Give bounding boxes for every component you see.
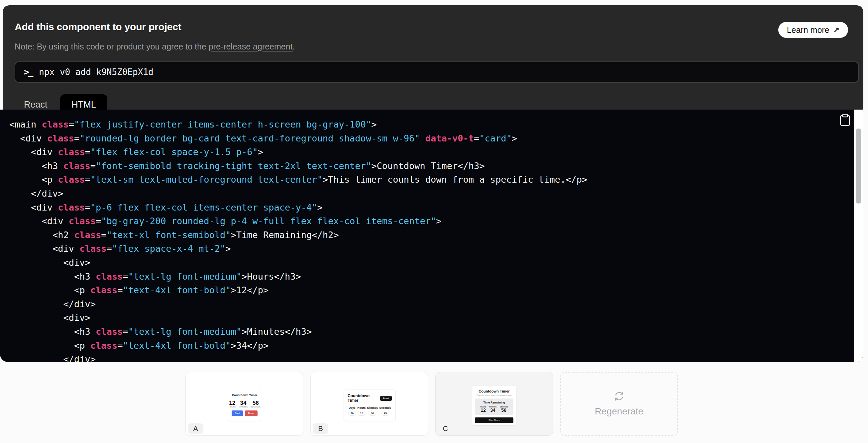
page-title: Add this component to your project [14, 21, 181, 33]
reset-button: Reset [380, 396, 392, 401]
clipboard-icon [839, 113, 851, 126]
variant-card-c[interactable]: Countdown Timer This timer counts down f… [435, 372, 553, 436]
variant-b-preview: Countdown Timer Reset Days30 Hours12 Min… [344, 389, 396, 421]
learn-more-button[interactable]: Learn more ↗ [778, 22, 848, 38]
npx-command-input[interactable]: >_ npx v0 add k9N5Z0EpX1d [14, 62, 859, 83]
unit-value: 34 [239, 401, 248, 406]
code-content: <main class="flex justify-center items-c… [9, 117, 843, 362]
unit-value: 56 [499, 408, 508, 412]
unit-label: Hours [358, 406, 366, 409]
unit-label: SECONDS [251, 406, 261, 408]
preview-subtitle: This timer counts down from a specific t… [472, 394, 516, 396]
code-panel: <main class="flex justify-center items-c… [0, 110, 863, 362]
terminal-prompt-icon: >_ [24, 67, 32, 77]
time-remaining-box: Time Remaining Hours12 Minutes34 Seconds… [475, 399, 514, 415]
learn-more-label: Learn more [787, 25, 830, 35]
regenerate-button[interactable]: Regenerate [560, 372, 678, 436]
preview-buttons: Start Reset [228, 410, 261, 416]
pre-release-agreement-link[interactable]: pre-release agreement [209, 42, 293, 51]
code-scrollbar-thumb[interactable] [856, 129, 861, 204]
variant-badge-c: C [438, 423, 453, 434]
box-title: Time Remaining [476, 401, 512, 404]
unit-value: 12 [229, 401, 236, 406]
npx-command-text: npx v0 add k9N5Z0EpX1d [39, 67, 153, 77]
preview-units: Hours12 Minutes34 Seconds56 [476, 406, 512, 412]
unit-value: 12 [358, 411, 365, 416]
note-period: . [293, 42, 295, 51]
note-text: Note: By using this code or product you … [14, 42, 209, 51]
unit-label: MINUTES [239, 406, 248, 408]
preview-title: Countdown Timer [348, 394, 380, 403]
unit-label: Minutes [367, 406, 378, 409]
pre-release-note: Note: By using this code or product you … [14, 42, 295, 52]
variant-a-preview: Countdown Timer 12HOURS 34MINUTES 56SECO… [228, 389, 261, 421]
v0-add-component-page: { "header": { "title": "Add this compone… [0, 0, 868, 443]
unit-label: Days [348, 406, 356, 409]
unit-label: Seconds [379, 406, 391, 409]
unit-value: 30 [369, 411, 376, 416]
unit-value: 34 [489, 408, 497, 412]
variant-c-preview: Countdown Timer This timer counts down f… [472, 385, 517, 425]
preview-units: Days30 Hours12 Minutes30 Seconds45 [348, 406, 392, 416]
variant-badge-a: A [188, 423, 204, 434]
variant-badge-b: B [313, 423, 328, 434]
learn-more-link: Learn More [348, 421, 392, 421]
unit-value: 30 [348, 411, 356, 416]
variant-card-a[interactable]: Countdown Timer 12HOURS 34MINUTES 56SECO… [185, 372, 303, 436]
add-component-panel: Add this component to your project Note:… [3, 5, 863, 110]
preview-title: Countdown Timer [228, 394, 261, 397]
variant-card-b[interactable]: Countdown Timer Reset Days30 Hours12 Min… [310, 372, 428, 436]
copy-code-button[interactable] [839, 113, 851, 126]
preview-units: 12HOURS 34MINUTES 56SECONDS [228, 401, 261, 408]
preview-title: Countdown Timer [472, 389, 516, 393]
unit-value: 45 [381, 411, 389, 416]
regenerate-label: Regenerate [595, 406, 643, 417]
reset-button: Reset [245, 410, 257, 416]
start-button: Start [231, 410, 243, 416]
unit-value: 56 [251, 401, 261, 406]
code-scrollbar-track[interactable] [854, 110, 863, 362]
external-arrow-icon: ↗ [833, 26, 839, 34]
start-timer-button: Start Timer [475, 417, 514, 423]
unit-label: HOURS [229, 406, 236, 408]
refresh-icon [614, 391, 624, 402]
unit-value: 12 [480, 408, 486, 412]
